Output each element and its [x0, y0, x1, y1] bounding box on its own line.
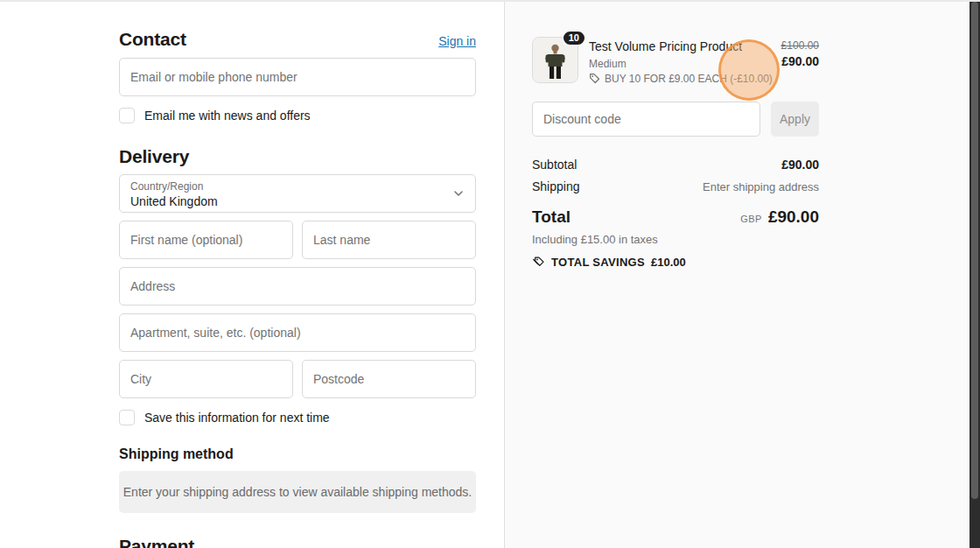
cart-line-item: 10 Test Volume Pricing Product Medium BU… [532, 37, 819, 85]
name-fields-row [119, 221, 476, 259]
subtotal-row: Subtotal £90.00 [532, 158, 819, 172]
shipping-row: Shipping Enter shipping address [532, 179, 819, 193]
discount-tags-icon [532, 256, 545, 269]
news-offers-checkbox-row[interactable]: Email me with news and offers [119, 108, 476, 123]
news-offers-label: Email me with news and offers [144, 109, 311, 123]
product-discount-label: BUY 10 FOR £9.00 EACH (-£10.00) [605, 73, 773, 85]
news-offers-checkbox[interactable] [119, 108, 135, 123]
checkout-form-column: Contact Sign in Email me with news and o… [0, 2, 505, 548]
shipping-method-empty-state: Enter your shipping address to view avai… [119, 471, 476, 513]
shipping-label: Shipping [532, 179, 580, 193]
address-input[interactable] [119, 267, 476, 306]
total-savings-value: £10.00 [651, 256, 686, 269]
contact-title: Contact [119, 29, 186, 50]
discount-code-input[interactable] [532, 102, 760, 137]
taxes-note: Including £15.00 in taxes [532, 233, 819, 246]
save-info-checkbox[interactable] [119, 410, 135, 425]
country-select-label: Country/Region [130, 180, 444, 193]
city-postcode-row [119, 360, 476, 398]
current-price: £90.00 [781, 54, 819, 68]
first-name-input[interactable] [119, 221, 293, 259]
sign-in-link[interactable]: Sign in [438, 34, 476, 48]
subtotal-label: Subtotal [532, 158, 577, 172]
city-input[interactable] [119, 360, 293, 398]
product-prices: £100.00 £90.00 [781, 37, 819, 68]
product-variant: Medium [589, 58, 774, 70]
shipping-value: Enter shipping address [703, 180, 819, 193]
discount-code-row: Apply [532, 102, 819, 137]
subtotal-value: £90.00 [781, 158, 819, 172]
totals-section: Subtotal £90.00 Shipping Enter shipping … [532, 158, 819, 269]
total-label: Total [532, 207, 570, 227]
postcode-input[interactable] [302, 360, 476, 398]
scrollbar[interactable] [970, 2, 980, 548]
order-summary-column: 10 Test Volume Pricing Product Medium BU… [505, 2, 980, 548]
scrollbar-thumb[interactable] [971, 2, 978, 499]
country-select-value: United Kingdom [130, 193, 444, 209]
contact-header: Contact Sign in [119, 29, 476, 50]
product-info: Test Volume Pricing Product Medium BUY 1… [578, 37, 781, 85]
total-savings-label: TOTAL SAVINGS [551, 256, 645, 269]
apartment-input[interactable] [119, 313, 476, 352]
apply-discount-button[interactable]: Apply [771, 102, 819, 137]
last-name-input[interactable] [302, 221, 476, 259]
total-value: £90.00 [768, 207, 819, 227]
original-price: £100.00 [781, 39, 819, 52]
quantity-badge: 10 [562, 30, 586, 46]
product-thumbnail-wrap: 10 [532, 37, 578, 83]
grand-total-row: Total GBP £90.00 [532, 207, 819, 227]
tag-icon [589, 73, 600, 84]
chevron-down-icon [452, 187, 465, 200]
save-info-checkbox-row[interactable]: Save this information for next time [119, 410, 476, 425]
checkout-page: Contact Sign in Email me with news and o… [0, 2, 980, 548]
save-info-label: Save this information for next time [144, 411, 330, 425]
delivery-title: Delivery [119, 146, 476, 167]
shipping-method-title: Shipping method [119, 446, 476, 462]
country-select[interactable]: Country/Region United Kingdom [119, 174, 476, 213]
product-discount-row: BUY 10 FOR £9.00 EACH (-£10.00) [589, 73, 774, 85]
currency-code: GBP [740, 214, 762, 224]
total-savings-row: TOTAL SAVINGS £10.00 [532, 256, 819, 269]
product-name: Test Volume Pricing Product [589, 39, 774, 55]
email-input[interactable] [119, 58, 476, 96]
payment-title: Payment [119, 536, 476, 548]
